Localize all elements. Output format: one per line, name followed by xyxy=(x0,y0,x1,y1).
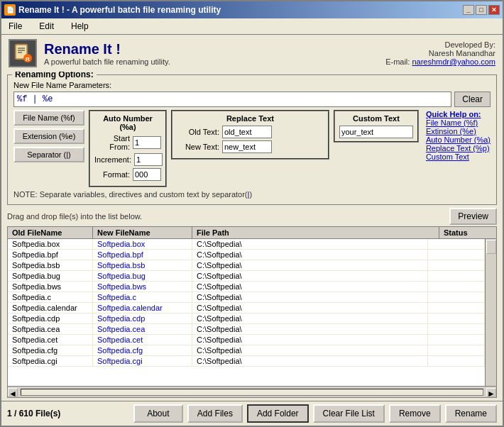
td-new: Softpedia.cgi xyxy=(93,356,192,366)
add-folder-button[interactable]: Add Folder xyxy=(247,404,309,423)
about-button[interactable]: About xyxy=(133,404,183,423)
renaming-options-group: Renaming Options: New File Name Paramete… xyxy=(7,74,497,205)
menu-file[interactable]: File xyxy=(4,20,26,33)
help-replace-text[interactable]: Replace Text (%p) xyxy=(426,144,490,152)
td-status xyxy=(428,303,485,313)
h-scroll-left[interactable]: ◄ xyxy=(8,388,18,396)
old-text-row: Old Text: xyxy=(177,126,324,138)
td-new: Softpedia.bpf xyxy=(93,250,192,260)
header-text: Rename It ! A powerful batch file renami… xyxy=(44,41,170,66)
help-custom-text[interactable]: Custom Text xyxy=(426,152,469,161)
clear-file-list-button[interactable]: Clear File List xyxy=(313,404,385,423)
td-old: Softpedia.cgi xyxy=(8,356,93,366)
main-content: Renaming Options: New File Name Paramete… xyxy=(1,72,503,401)
developer-info: Developed By: Naresh Manandhar E-mail: n… xyxy=(385,40,495,66)
param-input[interactable] xyxy=(13,92,451,107)
td-path: C:\Softpedia\ xyxy=(192,282,428,292)
file-name-button[interactable]: File Name (%f) xyxy=(13,110,84,126)
td-old: Softpedia.cea xyxy=(8,324,93,334)
scrollbar-thumb[interactable] xyxy=(486,240,496,254)
help-auto-number[interactable]: Auto Number (%a) xyxy=(426,135,491,144)
bottom-buttons: About Add Files Add Folder Clear File Li… xyxy=(133,404,497,423)
header-section: R Rename It ! A powerful batch file rena… xyxy=(1,35,503,72)
table-row[interactable]: Softpedia.cet Softpedia.cet C:\Softpedia… xyxy=(8,335,485,345)
app-logo-icon: R xyxy=(9,39,37,67)
table-row[interactable]: Softpedia.cfg Softpedia.cfg C:\Softpedia… xyxy=(8,345,485,356)
increment-input[interactable] xyxy=(134,153,163,166)
table-row[interactable]: Softpedia.box Softpedia.box C:\Softpedia… xyxy=(8,239,485,250)
clear-button[interactable]: Clear xyxy=(454,92,491,107)
help-file-name[interactable]: File Name (%f) xyxy=(426,118,478,127)
rename-button[interactable]: Rename xyxy=(445,404,497,423)
td-status xyxy=(428,292,485,302)
new-text-input[interactable] xyxy=(222,140,272,153)
col-header-status: Status xyxy=(439,227,496,238)
close-button[interactable]: ✕ xyxy=(488,5,500,15)
td-path: C:\Softpedia\ xyxy=(192,260,428,270)
minimize-button[interactable]: _ xyxy=(463,5,474,15)
svg-text:R: R xyxy=(26,56,30,62)
table-row[interactable]: Softpedia.cgi Softpedia.cgi C:\Softpedia… xyxy=(8,356,485,367)
table-row[interactable]: Softpedia.bsb Softpedia.bsb C:\Softpedia… xyxy=(8,260,485,271)
auto-number-box: Auto Number (%a) Start From: Increment: … xyxy=(89,110,167,187)
table-row[interactable]: Softpedia.bpf Softpedia.bpf C:\Softpedia… xyxy=(8,250,485,260)
help-extension[interactable]: Extinsion (%e) xyxy=(426,127,476,135)
td-path: C:\Softpedia\ xyxy=(192,239,428,249)
td-old: Softpedia.bpf xyxy=(8,250,93,260)
td-old: Softpedia.bws xyxy=(8,282,93,292)
quick-help-title: Quick Help on: xyxy=(426,110,491,118)
preview-button[interactable]: Preview xyxy=(449,208,497,225)
col-header-old: Old FileName xyxy=(8,227,93,238)
h-scroll-right[interactable]: ► xyxy=(486,388,496,396)
app-icon: 📄 xyxy=(4,4,16,16)
horizontal-scrollbar[interactable]: ◄ ► xyxy=(8,386,496,397)
td-new: Softpedia.calendar xyxy=(93,303,192,313)
email-link[interactable]: nareshmdr@yahoo.com xyxy=(412,57,495,66)
custom-text-box: Custom Text xyxy=(334,110,419,143)
main-window: 📄 Rename It ! - A powerful batch file re… xyxy=(0,0,504,427)
table-row[interactable]: Softpedia.calendar Softpedia.calendar C:… xyxy=(8,303,485,314)
td-new: Softpedia.box xyxy=(93,239,192,249)
maximize-button[interactable]: □ xyxy=(476,5,487,15)
custom-text-input[interactable] xyxy=(339,126,413,138)
left-buttons: File Name (%f) Extension (%e) Separator … xyxy=(13,110,84,162)
col-header-new: New FileName xyxy=(93,227,192,238)
td-path: C:\Softpedia\ xyxy=(192,292,428,302)
options-row: File Name (%f) Extension (%e) Separator … xyxy=(13,110,491,187)
td-status xyxy=(428,239,485,249)
td-path: C:\Softpedia\ xyxy=(192,303,428,313)
td-path: C:\Softpedia\ xyxy=(192,335,428,345)
old-text-input[interactable] xyxy=(222,126,272,138)
table-row[interactable]: Softpedia.cdp Softpedia.cdp C:\Softpedia… xyxy=(8,314,485,324)
td-new: Softpedia.cfg xyxy=(93,345,192,355)
vertical-scrollbar[interactable] xyxy=(485,239,496,386)
add-files-button[interactable]: Add Files xyxy=(187,404,243,423)
extension-button[interactable]: Extension (%e) xyxy=(13,128,84,144)
start-from-input[interactable] xyxy=(133,136,161,149)
table-header: Old FileName New FileName File Path Stat… xyxy=(8,227,496,239)
td-status xyxy=(428,271,485,281)
table-row[interactable]: Softpedia.c Softpedia.c C:\Softpedia\ xyxy=(8,292,485,303)
menu-edit[interactable]: Edit xyxy=(35,20,58,33)
file-count: 1 / 610 File(s) xyxy=(7,409,60,418)
table-row[interactable]: Softpedia.bws Softpedia.bws C:\Softpedia… xyxy=(8,282,485,292)
format-input[interactable] xyxy=(133,168,161,181)
developer-label: Developed By: xyxy=(385,40,495,49)
table-body[interactable]: Softpedia.box Softpedia.box C:\Softpedia… xyxy=(8,239,485,386)
separator-button[interactable]: Separator (|) xyxy=(13,147,84,162)
td-status xyxy=(428,356,485,366)
format-row: Format: xyxy=(94,168,161,181)
separator-note-icon: | xyxy=(248,190,250,199)
developer-name: Naresh Manandhar xyxy=(385,49,495,57)
window-title: Rename It ! - A powerful batch file rena… xyxy=(18,5,221,15)
auto-number-title: Auto Number (%a) xyxy=(94,114,161,131)
app-subtitle: A powerful batch file renaming utility. xyxy=(44,57,170,66)
menu-help[interactable]: Help xyxy=(67,20,93,33)
td-status xyxy=(428,260,485,270)
title-controls: _ □ ✕ xyxy=(463,5,500,15)
table-row[interactable]: Softpedia.bug Softpedia.bug C:\Softpedia… xyxy=(8,271,485,282)
file-table: Old FileName New FileName File Path Stat… xyxy=(7,226,497,398)
remove-button[interactable]: Remove xyxy=(389,404,441,423)
table-row[interactable]: Softpedia.cea Softpedia.cea C:\Softpedia… xyxy=(8,324,485,335)
h-scroll-track[interactable] xyxy=(21,389,483,396)
